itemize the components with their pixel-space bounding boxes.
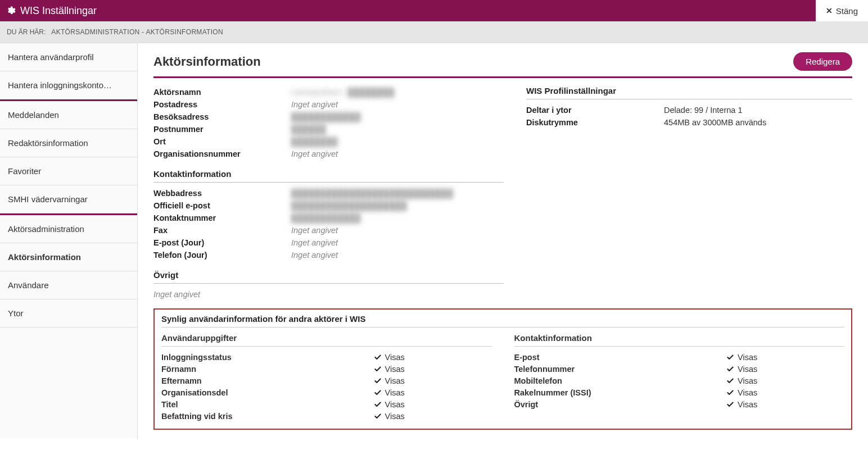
visibility-field-status: Visas (374, 353, 492, 362)
check-icon (726, 365, 734, 373)
profile-heading: WIS Profilinställningar (526, 86, 852, 99)
sidebar: Hantera användarprofil Hantera inloggnin… (0, 43, 138, 439)
visibility-field-status: Visas (374, 365, 492, 374)
field-label: Deltar i ytor (526, 106, 664, 115)
check-icon (726, 377, 734, 385)
visibility-heading: Synlig användarinformation för andra akt… (161, 314, 844, 328)
check-icon (374, 377, 382, 385)
field-label: Webbadress (153, 189, 291, 198)
visibility-row: FörnamnVisas (161, 363, 492, 375)
visibility-field-status: Visas (374, 400, 492, 409)
visibility-field-status: Visas (726, 388, 844, 397)
visibility-field-label: Mobiltelefon (514, 376, 727, 385)
visibility-row: TelefonnummerVisas (514, 363, 845, 375)
visibility-field-status: Visas (726, 365, 844, 374)
field-value: ████████████ (291, 213, 504, 222)
visibility-field-label: Förnamn (161, 365, 374, 374)
field-value: Inget angivet (291, 226, 504, 235)
sidebar-item-messages[interactable]: Meddelanden (0, 99, 137, 129)
visibility-field-status: Visas (374, 412, 492, 421)
visibility-row: EfternamnVisas (161, 375, 492, 386)
sidebar-item-areas[interactable]: Ytor (0, 299, 137, 328)
field-label: Telefon (Jour) (153, 251, 291, 260)
visibility-row: Rakelnummer (ISSI)Visas (514, 386, 845, 398)
field-row: AktörsnamnLänsstyrelsen i ████████ (153, 86, 504, 98)
visibility-field-label: Övrigt (514, 400, 727, 409)
check-icon (374, 389, 382, 397)
field-row: Postnummer██████ (153, 123, 504, 135)
visibility-contact-heading: Kontaktinformation (514, 333, 845, 347)
field-row: Deltar i ytorDelade: 99 / Interna 1 (526, 104, 852, 116)
field-row: Diskutrymme454MB av 3000MB används (526, 116, 852, 129)
visibility-row: InloggningsstatusVisas (161, 351, 492, 363)
sidebar-item-actor-admin[interactable]: Aktörsadministration (0, 213, 137, 243)
other-heading: Övrigt (153, 270, 504, 284)
check-icon (374, 353, 382, 361)
check-icon (726, 353, 734, 361)
field-value: ██████ (291, 125, 504, 134)
field-value: ████████ (291, 137, 504, 146)
visibility-field-status: Visas (374, 376, 492, 385)
check-icon (726, 401, 734, 408)
actor-section: AktörsnamnLänsstyrelsen i ████████Postad… (153, 86, 504, 160)
check-icon (726, 389, 734, 397)
field-row: Officiell e-post████████████████████ (153, 199, 504, 212)
field-value: Inget angivet (291, 100, 504, 109)
field-label: Postnummer (153, 125, 291, 134)
visibility-user-heading: Användaruppgifter (161, 333, 492, 347)
visibility-box: Synlig användarinformation för andra akt… (153, 308, 852, 430)
sidebar-item-editor-info[interactable]: Redaktörsinformation (0, 129, 137, 157)
visibility-field-status: Visas (374, 388, 492, 397)
visibility-field-label: Telefonnummer (514, 365, 727, 374)
sidebar-item-weather[interactable]: SMHI vädervarningar (0, 185, 137, 213)
visibility-row: MobiltelefonVisas (514, 375, 845, 386)
field-label: Diskutrymme (526, 118, 664, 127)
field-row: Ort████████ (153, 135, 504, 148)
sidebar-item-profile[interactable]: Hantera användarprofil (0, 43, 137, 71)
field-label: Besöksadress (153, 112, 291, 121)
visibility-row: OrganisationsdelVisas (161, 386, 492, 398)
main-content: Aktörsinformation Redigera AktörsnamnLän… (138, 43, 868, 439)
other-value: Inget angivet (153, 290, 504, 299)
check-icon (374, 412, 382, 420)
field-row: OrganisationsnummerInget angivet (153, 148, 504, 160)
breadcrumb: DU ÄR HÄR: AKTÖRSADMINISTRATION - AKTÖRS… (0, 21, 868, 43)
field-row: Kontaktnummer████████████ (153, 212, 504, 224)
field-value: ████████████████████████████ (291, 189, 504, 198)
field-row: E-post (Jour)Inget angivet (153, 236, 504, 249)
sidebar-item-login-account[interactable]: Hantera inloggningskonto… (0, 71, 137, 99)
page-title: Aktörsinformation (153, 54, 261, 69)
field-row: Telefon (Jour)Inget angivet (153, 249, 504, 261)
sidebar-item-favorites[interactable]: Favoriter (0, 157, 137, 185)
visibility-row: E-postVisas (514, 351, 845, 363)
visibility-field-status: Visas (726, 353, 844, 362)
field-value: Delade: 99 / Interna 1 (664, 106, 852, 115)
breadcrumb-path: AKTÖRSADMINISTRATION - AKTÖRSINFORMATION (51, 28, 223, 36)
field-label: Kontaktnummer (153, 213, 291, 222)
check-icon (374, 365, 382, 373)
visibility-field-label: Organisationsdel (161, 388, 374, 397)
visibility-row: TitelVisas (161, 398, 492, 410)
visibility-field-label: E-post (514, 353, 727, 362)
field-label: Fax (153, 226, 291, 235)
sidebar-item-users[interactable]: Användare (0, 271, 137, 299)
visibility-field-label: Inloggningsstatus (161, 353, 374, 362)
close-label: Stäng (836, 6, 858, 16)
app-title: WIS Inställningar (20, 5, 97, 17)
field-row: Besöksadress████████████ (153, 111, 504, 123)
field-row: FaxInget angivet (153, 224, 504, 236)
close-button[interactable]: ✕ Stäng (816, 0, 868, 21)
field-label: E-post (Jour) (153, 238, 291, 247)
field-value: Inget angivet (291, 238, 504, 247)
visibility-field-label: Befattning vid kris (161, 412, 374, 421)
visibility-field-label: Efternamn (161, 376, 374, 385)
visibility-field-label: Titel (161, 400, 374, 409)
visibility-row: ÖvrigtVisas (514, 398, 845, 410)
field-value: ████████████ (291, 112, 504, 121)
check-icon (374, 401, 382, 408)
field-value: Länsstyrelsen i ████████ (291, 88, 504, 97)
sidebar-item-actor-info[interactable]: Aktörsinformation (0, 243, 137, 271)
field-label: Organisationsnummer (153, 149, 291, 158)
edit-button[interactable]: Redigera (793, 52, 852, 71)
field-value: Inget angivet (291, 149, 504, 158)
